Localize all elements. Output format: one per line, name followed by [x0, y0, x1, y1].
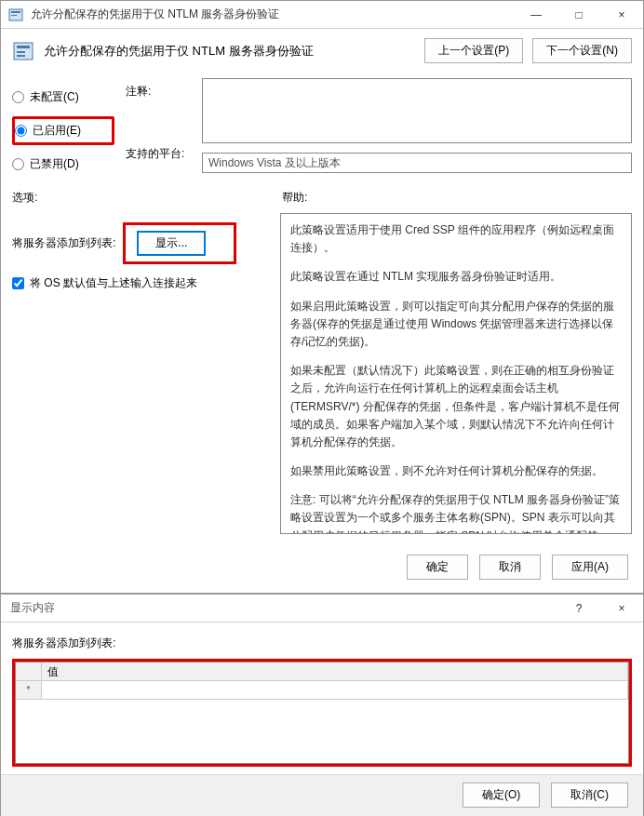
- help-p4: 如果未配置（默认情况下）此策略设置，则在正确的相互身份验证之后，允许向运行在任何…: [290, 362, 622, 451]
- concat-checkbox-label: 将 OS 默认值与上述输入连接起来: [30, 275, 197, 291]
- radio-column: 未配置(C) 已启用(E) 已禁用(D): [12, 78, 114, 173]
- options-panel: 将服务器添加到列表: 显示... 将 OS 默认值与上述输入连接起来: [12, 213, 273, 534]
- grid-highlight: 值 *: [12, 659, 632, 767]
- sub-server-list-label: 将服务器添加到列表:: [12, 635, 632, 651]
- sub-close-button[interactable]: ×: [600, 595, 643, 622]
- radio-not-configured[interactable]: 未配置(C): [12, 89, 114, 105]
- previous-setting-button[interactable]: 上一个设置(P): [424, 38, 523, 63]
- header-row: 允许分配保存的凭据用于仅 NTLM 服务器身份验证 上一个设置(P) 下一个设置…: [1, 29, 643, 73]
- dialog-buttons: 确定 取消 应用(A): [1, 545, 643, 593]
- grid-cell-input[interactable]: [42, 681, 628, 700]
- help-panel: 此策略设置适用于使用 Cred SSP 组件的应用程序（例如远程桌面连接）。 此…: [280, 213, 632, 534]
- radio-enabled-input[interactable]: [15, 125, 27, 137]
- radio-disabled-label: 已禁用(D): [30, 156, 79, 172]
- show-content-dialog: 显示内容 ? × 将服务器添加到列表: 值 * 确定(O) 取消(C): [0, 594, 644, 816]
- show-button-highlight: 显示...: [123, 222, 236, 264]
- grid-row-marker: *: [16, 681, 42, 700]
- config-section: 未配置(C) 已启用(E) 已禁用(D) 注释: 支持的平台: Windows …: [1, 73, 643, 184]
- policy-large-icon: [12, 40, 34, 62]
- server-list-label: 将服务器添加到列表:: [12, 235, 115, 251]
- show-button[interactable]: 显示...: [137, 231, 206, 256]
- concat-checkbox[interactable]: [12, 277, 24, 289]
- enabled-highlight: 已启用(E): [12, 116, 114, 145]
- sub-dialog-buttons: 确定(O) 取消(C): [1, 774, 643, 816]
- platform-label: 支持的平台:: [126, 146, 191, 162]
- svg-rect-4: [17, 46, 30, 48]
- sub-cancel-button[interactable]: 取消(C): [551, 783, 628, 808]
- sub-body: 将服务器添加到列表: 值 *: [1, 622, 643, 774]
- svg-rect-1: [11, 11, 20, 13]
- minimize-button[interactable]: —: [515, 1, 557, 29]
- concat-checkbox-row[interactable]: 将 OS 默认值与上述输入连接起来: [12, 275, 273, 291]
- sub-help-button[interactable]: ?: [557, 595, 600, 622]
- titlebar: 允许分配保存的凭据用于仅 NTLM 服务器身份验证 — □ ×: [1, 1, 643, 29]
- cancel-button[interactable]: 取消: [479, 555, 541, 580]
- grid-col-value: 值: [42, 662, 628, 680]
- radio-not-configured-input[interactable]: [12, 91, 24, 103]
- radio-not-configured-label: 未配置(C): [30, 89, 79, 105]
- sub-window-title: 显示内容: [1, 600, 557, 616]
- sub-ok-button[interactable]: 确定(O): [463, 783, 540, 808]
- grid-corner: [16, 662, 42, 680]
- window-title: 允许分配保存的凭据用于仅 NTLM 服务器身份验证: [31, 7, 515, 22]
- help-p3: 如果启用此策略设置，则可以指定可向其分配用户保存的凭据的服务器(保存的凭据是通过…: [290, 298, 622, 352]
- grid-header: 值: [16, 662, 628, 681]
- options-label: 选项:: [12, 190, 282, 206]
- maximize-button[interactable]: □: [557, 1, 600, 29]
- policy-title: 允许分配保存的凭据用于仅 NTLM 服务器身份验证: [44, 43, 415, 60]
- help-p2: 此策略设置在通过 NTLM 实现服务器身份验证时适用。: [290, 268, 622, 286]
- svg-rect-2: [11, 15, 17, 16]
- help-label: 帮助:: [282, 190, 632, 206]
- platform-box: Windows Vista 及以上版本: [202, 153, 632, 173]
- policy-icon: [8, 7, 23, 22]
- grid-row-new[interactable]: *: [16, 681, 628, 700]
- svg-rect-5: [17, 51, 25, 53]
- radio-disabled-input[interactable]: [12, 158, 24, 170]
- server-list-row: 将服务器添加到列表: 显示...: [12, 222, 273, 264]
- help-p5: 如果禁用此策略设置，则不允许对任何计算机分配保存的凭据。: [290, 462, 622, 480]
- help-p1: 此策略设置适用于使用 Cred SSP 组件的应用程序（例如远程桌面连接）。: [290, 221, 622, 257]
- fields-column: Windows Vista 及以上版本: [202, 78, 632, 173]
- body-row: 将服务器添加到列表: 显示... 将 OS 默认值与上述输入连接起来 此策略设置…: [1, 209, 643, 545]
- radio-disabled[interactable]: 已禁用(D): [12, 156, 114, 172]
- radio-enabled-label: 已启用(E): [33, 123, 81, 139]
- ok-button[interactable]: 确定: [407, 555, 468, 580]
- section-labels-row: 选项: 帮助:: [1, 184, 643, 209]
- comment-label: 注释:: [126, 84, 191, 100]
- help-p6: 注意: 可以将“允许分配保存的凭据用于仅 NTLM 服务器身份验证”策略设置设置…: [290, 491, 622, 534]
- next-setting-button[interactable]: 下一个设置(N): [532, 38, 632, 63]
- apply-button[interactable]: 应用(A): [552, 555, 628, 580]
- close-button[interactable]: ×: [600, 1, 643, 29]
- radio-enabled[interactable]: 已启用(E): [15, 123, 110, 139]
- svg-rect-6: [17, 55, 25, 57]
- labels-column: 注释: 支持的平台:: [126, 78, 191, 173]
- comment-textarea[interactable]: [202, 78, 632, 143]
- value-grid[interactable]: 值 *: [15, 662, 629, 764]
- policy-editor-window: 允许分配保存的凭据用于仅 NTLM 服务器身份验证 — □ × 允许分配保存的凭…: [0, 0, 644, 594]
- sub-titlebar: 显示内容 ? ×: [1, 595, 643, 622]
